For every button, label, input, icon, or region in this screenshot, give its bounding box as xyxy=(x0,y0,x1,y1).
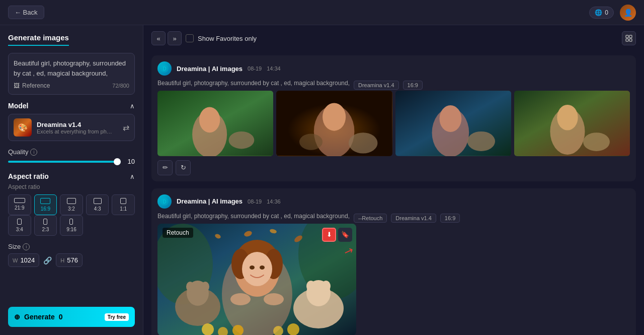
sidebar-title: Generate images xyxy=(8,33,69,46)
gen-header-1: D Dreamina | AI images 08-19 14:34 xyxy=(157,61,630,76)
svg-point-46 xyxy=(201,282,209,292)
model-section-header[interactable]: Model ∧ xyxy=(8,102,135,110)
model-desc: Excels at everything from photorealis... xyxy=(37,128,112,135)
aspect-btn-9-16[interactable]: 9:16 xyxy=(60,215,83,236)
aspect-btn-21-9[interactable]: 21:9 xyxy=(8,194,31,215)
aspect-icon-21-9 xyxy=(14,198,25,203)
gen1-image-3[interactable] xyxy=(395,91,511,156)
height-prefix: H xyxy=(60,257,64,263)
svg-point-19 xyxy=(467,131,495,151)
aspect-btn-2-3[interactable]: 2:3 xyxy=(34,215,57,236)
sidebar: Generate images Beautiful girl, photogra… xyxy=(0,25,143,335)
width-value: 1024 xyxy=(20,256,35,264)
gen-avatar-2: D xyxy=(157,194,172,209)
back-button[interactable]: ← Back xyxy=(8,6,44,19)
gen-model-tag-2: Dreamina v1.4 xyxy=(391,214,436,223)
aspect-icon-2-3 xyxy=(43,219,47,225)
model-selector[interactable]: 🎨 Dreamina v1.4 Excels at everything fro… xyxy=(8,114,135,141)
aspect-icon-16-9 xyxy=(40,198,50,204)
layout-toggle-button[interactable] xyxy=(622,31,636,45)
gen-ratio-tag-2: 16:9 xyxy=(440,214,460,223)
width-input-box[interactable]: W 1024 xyxy=(8,253,39,267)
model-toggle-icon: ⇄ xyxy=(123,123,129,132)
aspect-icon-9-16 xyxy=(69,219,73,225)
gen2-main-image[interactable]: Retouch ⬇ 🔖 ↗ xyxy=(157,224,356,335)
svg-text:D: D xyxy=(163,199,166,205)
svg-point-39 xyxy=(250,265,255,270)
aspect-btn-16-9[interactable]: 16:9 xyxy=(34,194,57,215)
gen-date-1: 08-19 xyxy=(248,65,262,72)
model-name: Dreamina v1.4 xyxy=(37,121,118,128)
reference-button[interactable]: 🖼 Reference xyxy=(14,82,50,89)
favorites-bar: « » Show Favorites only xyxy=(151,31,636,49)
dreamina-logo-2: D xyxy=(160,197,169,206)
svg-point-15 xyxy=(299,133,323,150)
next-page-button[interactable]: » xyxy=(168,31,182,45)
prompt-area[interactable]: Beautiful girl, photography, surrounded … xyxy=(8,53,135,95)
main-layout: Generate images Beautiful girl, photogra… xyxy=(0,25,644,335)
aspect-chevron-icon: ∧ xyxy=(130,173,135,180)
edit-button-1[interactable]: ✏ xyxy=(157,160,173,175)
gen-retouch-tag-2: --Retouch xyxy=(354,214,387,223)
avatar[interactable]: 👤 xyxy=(620,5,636,21)
svg-point-9 xyxy=(229,131,255,149)
svg-point-50 xyxy=(321,281,331,292)
gen-ratio-tag-1: 16:9 xyxy=(403,81,423,90)
reference-label: Reference xyxy=(22,82,50,89)
gen-time-1: 14:34 xyxy=(267,65,281,72)
aspect-icon-3-4 xyxy=(17,219,22,225)
svg-rect-0 xyxy=(626,35,628,38)
generate-left: ⊕ Generate 0 xyxy=(14,313,63,321)
model-section: Model ∧ 🎨 Dreamina v1.4 Excels at everyt… xyxy=(8,102,135,141)
aspect-btn-3-2[interactable]: 3:2 xyxy=(60,194,83,215)
aspect-btn-3-4[interactable]: 3:4 xyxy=(8,215,31,236)
height-input-box[interactable]: H 576 xyxy=(56,253,83,267)
credits-badge: 🌐 0 xyxy=(589,7,614,19)
svg-point-13 xyxy=(323,103,346,130)
size-info-icon[interactable]: i xyxy=(23,243,30,250)
quality-label-text: Quality xyxy=(8,148,28,156)
quality-slider[interactable] xyxy=(8,161,121,163)
gen-prompt-row-1: Beautiful girl, photography, surrounded … xyxy=(157,80,630,91)
sidebar-title-section: Generate images xyxy=(8,33,135,46)
aspect-icon-1-1 xyxy=(120,198,126,204)
svg-point-51 xyxy=(202,323,214,335)
aspect-ratio-header[interactable]: Aspect ratio ∧ xyxy=(8,172,135,180)
prompt-text: Beautiful girl, photography, surrounded … xyxy=(14,58,129,78)
svg-rect-3 xyxy=(629,39,632,41)
svg-rect-1 xyxy=(629,35,632,38)
model-chevron-icon: ∧ xyxy=(130,102,135,110)
generate-credits: 0 xyxy=(59,313,63,321)
svg-point-49 xyxy=(306,281,315,292)
aspect-ratio-section: Aspect ratio ∧ Aspect ratio 21:9 16:9 3:… xyxy=(8,172,135,236)
bookmark-button[interactable]: 🔖 xyxy=(338,228,352,242)
model-section-title: Model xyxy=(8,102,28,110)
aspect-btn-1-1[interactable]: 1:1 xyxy=(112,194,135,215)
topbar: ← Back 🌐 0 👤 xyxy=(0,0,644,25)
aspect-grid-row2: 3:4 2:3 9:16 xyxy=(8,215,135,236)
generate-label: Generate xyxy=(24,313,55,321)
favorites-left: « » Show Favorites only xyxy=(151,31,257,45)
gen1-image-2[interactable] xyxy=(276,91,392,156)
nav-icons: « » xyxy=(151,31,182,45)
generate-button[interactable]: ⊕ Generate 0 Try free xyxy=(8,307,135,327)
model-icon: 🎨 xyxy=(14,118,32,137)
favorites-checkbox[interactable] xyxy=(186,34,194,42)
quality-info-icon[interactable]: i xyxy=(30,149,37,156)
prev-page-button[interactable]: « xyxy=(151,31,166,45)
gen1-image-4[interactable] xyxy=(514,91,630,156)
aspect-icon-3-2 xyxy=(67,198,76,204)
retouch-label: Retouch xyxy=(163,228,193,238)
download-button[interactable]: ⬇ xyxy=(322,228,336,242)
gen-avatar-1: D xyxy=(157,61,172,76)
quality-slider-container: 10 xyxy=(8,158,135,165)
svg-point-18 xyxy=(439,105,461,132)
aspect-btn-4-3[interactable]: 4:3 xyxy=(86,194,109,215)
image-overlay-buttons: ⬇ 🔖 xyxy=(322,228,352,242)
svg-point-45 xyxy=(186,282,194,292)
gen1-image-1[interactable] xyxy=(157,91,273,156)
gen-prompt-1: Beautiful girl, photography, surrounded … xyxy=(157,80,350,87)
aspect-grid-row1: 21:9 16:9 3:2 4:3 1:1 xyxy=(8,194,135,215)
aspect-icon-4-3 xyxy=(94,198,102,204)
refresh-button-1[interactable]: ↻ xyxy=(176,160,191,175)
